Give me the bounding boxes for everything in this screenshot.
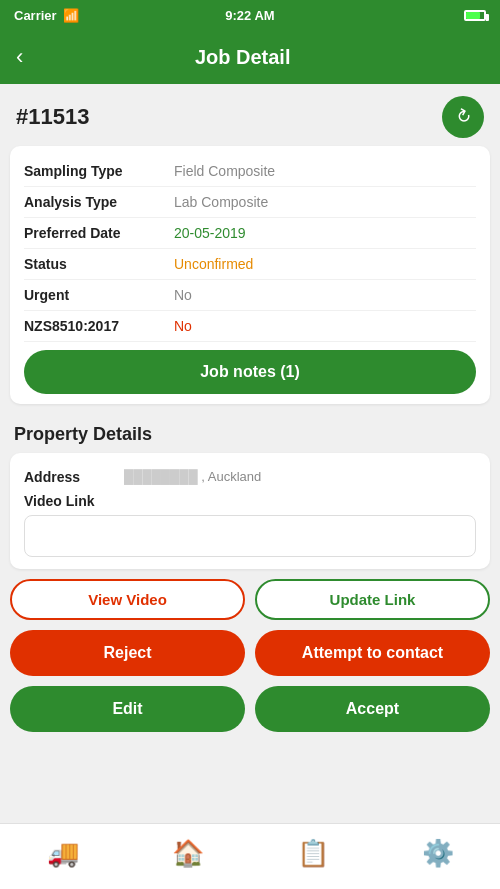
status-row: Status Unconfirmed	[24, 249, 476, 280]
analysis-type-label: Analysis Type	[24, 194, 174, 210]
bottom-nav: 🚚 🏠 📋 ⚙️	[0, 823, 500, 889]
home-icon: 🏠	[172, 838, 204, 869]
sampling-type-label: Sampling Type	[24, 163, 174, 179]
nzs-label: NZS8510:2017	[24, 318, 174, 334]
battery-icon	[464, 10, 486, 21]
refresh-button[interactable]: ↻	[442, 96, 484, 138]
page-title: Job Detail	[31, 46, 484, 69]
wifi-icon: 📶	[63, 8, 79, 23]
video-button-row: View Video Update Link	[10, 579, 490, 620]
video-link-label: Video Link	[24, 493, 476, 509]
view-video-button[interactable]: View Video	[10, 579, 245, 620]
status-bar-time: 9:22 AM	[225, 8, 274, 23]
preferred-date-label: Preferred Date	[24, 225, 174, 241]
job-info-card: Sampling Type Field Composite Analysis T…	[10, 146, 490, 404]
status-bar-right	[464, 10, 486, 21]
job-number-row: #11513 ↻	[0, 84, 500, 146]
settings-icon: ⚙️	[422, 838, 454, 869]
nav-item-home[interactable]: 🏠	[156, 834, 220, 873]
nzs-value: No	[174, 318, 192, 334]
status-value: Unconfirmed	[174, 256, 253, 272]
nav-item-settings[interactable]: ⚙️	[406, 834, 470, 873]
status-bar-left: Carrier 📶	[14, 8, 79, 23]
sampling-type-row: Sampling Type Field Composite	[24, 156, 476, 187]
carrier-label: Carrier	[14, 8, 57, 23]
analysis-type-value: Lab Composite	[174, 194, 268, 210]
update-link-button[interactable]: Update Link	[255, 579, 490, 620]
preferred-date-row: Preferred Date 20-05-2019	[24, 218, 476, 249]
header: ‹ Job Detail	[0, 30, 500, 84]
address-value: ████████ , Auckland	[124, 469, 476, 484]
property-details-title: Property Details	[0, 418, 500, 453]
sampling-type-value: Field Composite	[174, 163, 275, 179]
property-card: Address ████████ , Auckland Video Link	[10, 453, 490, 569]
delivery-icon: 🚚	[47, 838, 79, 869]
urgent-value: No	[174, 287, 192, 303]
address-label: Address	[24, 469, 124, 485]
main-content: #11513 ↻ Sampling Type Field Composite A…	[0, 84, 500, 820]
preferred-date-value: 20-05-2019	[174, 225, 246, 241]
accept-button[interactable]: Accept	[255, 686, 490, 732]
clipboard-icon: 📋	[297, 838, 329, 869]
back-button[interactable]: ‹	[16, 46, 31, 68]
video-link-input[interactable]	[24, 515, 476, 557]
edit-button[interactable]: Edit	[10, 686, 245, 732]
job-notes-button[interactable]: Job notes (1)	[24, 350, 476, 394]
video-link-section: Video Link	[24, 493, 476, 557]
battery-fill	[466, 12, 480, 19]
attempt-to-contact-button[interactable]: Attempt to contact	[255, 630, 490, 676]
job-number: #11513	[16, 104, 89, 130]
nzs-row: NZS8510:2017 No	[24, 311, 476, 342]
status-bar: Carrier 📶 9:22 AM	[0, 0, 500, 30]
analysis-type-row: Analysis Type Lab Composite	[24, 187, 476, 218]
urgent-label: Urgent	[24, 287, 174, 303]
status-label: Status	[24, 256, 174, 272]
nav-item-clipboard[interactable]: 📋	[281, 834, 345, 873]
reject-button[interactable]: Reject	[10, 630, 245, 676]
urgent-row: Urgent No	[24, 280, 476, 311]
secondary-action-row: Edit Accept	[10, 686, 490, 732]
refresh-icon: ↻	[451, 104, 475, 131]
primary-action-row: Reject Attempt to contact	[10, 630, 490, 676]
nav-item-delivery[interactable]: 🚚	[31, 834, 95, 873]
address-row: Address ████████ , Auckland	[24, 465, 476, 493]
